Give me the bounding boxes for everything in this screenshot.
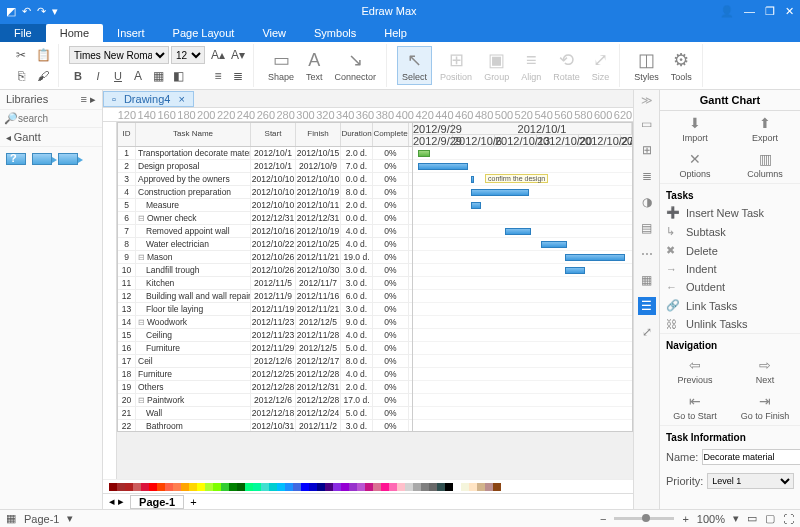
connector-button[interactable]: ↘Connector (331, 47, 381, 84)
group-button[interactable]: ▣Group (480, 47, 513, 84)
fit-page-icon[interactable]: ▭ (747, 512, 757, 525)
tab-page-layout[interactable]: Page Layout (159, 24, 249, 42)
table-row[interactable]: 21Wall2012/12/182012/12/245.0 d.0% (118, 407, 412, 420)
position-button[interactable]: ⊞Position (436, 47, 476, 84)
sb-layers-icon[interactable]: ≣ (638, 167, 656, 185)
color-swatch[interactable] (109, 483, 117, 491)
color-swatch[interactable] (437, 483, 445, 491)
table-row[interactable]: 8Water electrician2012/10/222012/10/254.… (118, 238, 412, 251)
select-button[interactable]: ↖Select (397, 46, 432, 85)
table-row[interactable]: 7Removed appoint wall2012/10/162012/10/1… (118, 225, 412, 238)
text-button[interactable]: AText (302, 48, 327, 84)
color-swatch[interactable] (149, 483, 157, 491)
italic-icon[interactable]: I (89, 67, 107, 85)
table-row[interactable]: 14⊟Woodwork2012/11/232012/12/59.0 d.0% (118, 316, 412, 329)
table-row[interactable]: 2Design proposal2012/10/12012/10/97.0 d.… (118, 160, 412, 173)
color-swatch[interactable] (253, 483, 261, 491)
document-tab[interactable]: ▫Drawing4× (103, 91, 194, 107)
sb-grid-icon[interactable]: ⊞ (638, 141, 656, 159)
gantt-bar[interactable] (471, 202, 481, 209)
color-swatch[interactable] (117, 483, 125, 491)
color-swatch[interactable] (341, 483, 349, 491)
col-start[interactable]: Start (251, 123, 296, 146)
shape-button[interactable]: ▭Shape (264, 47, 298, 84)
table-row[interactable]: 12Building wall and wall repair2012/11/9… (118, 290, 412, 303)
sb-gantt-icon[interactable]: ☰ (638, 297, 656, 315)
color-swatch[interactable] (397, 483, 405, 491)
add-page-icon[interactable]: + (190, 496, 196, 508)
zoom-level[interactable]: 100% (697, 513, 725, 525)
format-painter-icon[interactable]: 🖌 (34, 67, 52, 85)
tab-symbols[interactable]: Symbols (300, 24, 370, 42)
indent-button[interactable]: →Indent (660, 260, 800, 278)
color-swatch[interactable] (301, 483, 309, 491)
status-grid-icon[interactable]: ▦ (6, 512, 16, 525)
insert-task-button[interactable]: ➕Insert New Task (660, 203, 800, 222)
color-swatch[interactable] (173, 483, 181, 491)
color-swatch[interactable] (261, 483, 269, 491)
go-finish-button[interactable]: ⇥Go to Finish (735, 393, 795, 421)
cut-icon[interactable]: ✂ (12, 46, 30, 64)
color-swatch[interactable] (229, 483, 237, 491)
gantt-shape-2[interactable] (32, 153, 52, 165)
color-swatch[interactable] (277, 483, 285, 491)
table-row[interactable]: 6⊟Owner check2012/12/312012/12/310.0 d.0… (118, 212, 412, 225)
fullscreen-icon[interactable]: ⛶ (783, 513, 794, 525)
col-id[interactable]: ID (118, 123, 136, 146)
table-row[interactable]: 3Approved by the owners2012/10/102012/10… (118, 173, 412, 186)
col-finish[interactable]: Finish (296, 123, 341, 146)
priority-select[interactable]: Level 1 (707, 473, 794, 489)
size-button[interactable]: ⤢Size (588, 47, 614, 84)
import-button[interactable]: ⬇Import (665, 115, 725, 143)
close-tab-icon[interactable]: × (178, 93, 184, 105)
sb-more-icon[interactable]: ⋯ (638, 245, 656, 263)
next-button[interactable]: ⇨Next (735, 357, 795, 385)
tab-view[interactable]: View (248, 24, 300, 42)
redo-icon[interactable]: ↷ (37, 5, 46, 18)
align-icon[interactable]: ≣ (229, 67, 247, 85)
color-swatch[interactable] (133, 483, 141, 491)
color-swatch[interactable] (221, 483, 229, 491)
table-row[interactable]: 19Others2012/12/282012/12/312.0 d.0% (118, 381, 412, 394)
color-swatch[interactable] (325, 483, 333, 491)
collapse-panel-icon[interactable]: ≫ (641, 94, 653, 107)
color-swatch[interactable] (493, 483, 501, 491)
color-swatch[interactable] (333, 483, 341, 491)
go-start-button[interactable]: ⇤Go to Start (665, 393, 725, 421)
fit-width-icon[interactable]: ▢ (765, 512, 775, 525)
color-swatch[interactable] (381, 483, 389, 491)
window-minimize-icon[interactable]: — (744, 5, 755, 18)
color-swatch[interactable] (349, 483, 357, 491)
options-button[interactable]: ✕Options (665, 151, 725, 179)
decrease-font-icon[interactable]: A▾ (229, 46, 247, 64)
color-swatch[interactable] (285, 483, 293, 491)
table-row[interactable]: 18Furniture2012/12/252012/12/284.0 d.0% (118, 368, 412, 381)
color-swatch[interactable] (453, 483, 461, 491)
color-swatch[interactable] (317, 483, 325, 491)
gantt-shape-3[interactable] (58, 153, 78, 165)
color-swatch[interactable] (125, 483, 133, 491)
delete-task-button[interactable]: ✖Delete (660, 241, 800, 260)
increase-font-icon[interactable]: A▴ (209, 46, 227, 64)
color-swatch[interactable] (309, 483, 317, 491)
app-logo-icon[interactable]: ◩ (6, 5, 16, 18)
table-row[interactable]: 22Bathroom2012/10/312012/11/23.0 d.0% (118, 420, 412, 431)
color-swatch[interactable] (205, 483, 213, 491)
rotate-button[interactable]: ⟲Rotate (549, 47, 584, 84)
link-tasks-button[interactable]: 🔗Link Tasks (660, 296, 800, 315)
color-swatch[interactable] (461, 483, 469, 491)
outdent-button[interactable]: ←Outdent (660, 278, 800, 296)
color-swatch[interactable] (389, 483, 397, 491)
table-row[interactable]: 15Ceiling2012/11/232012/11/284.0 d.0% (118, 329, 412, 342)
color-swatch[interactable] (245, 483, 253, 491)
sb-data-icon[interactable]: ▦ (638, 271, 656, 289)
tab-file[interactable]: File (0, 24, 46, 42)
gantt-bar[interactable] (565, 267, 585, 274)
export-button[interactable]: ⬆Export (735, 115, 795, 143)
styles-button[interactable]: ◫Styles (630, 47, 663, 84)
color-swatch[interactable] (197, 483, 205, 491)
gantt-bar[interactable] (471, 189, 529, 196)
gantt-bar[interactable] (541, 241, 567, 248)
col-duration[interactable]: Duration (341, 123, 373, 146)
color-swatch[interactable] (293, 483, 301, 491)
